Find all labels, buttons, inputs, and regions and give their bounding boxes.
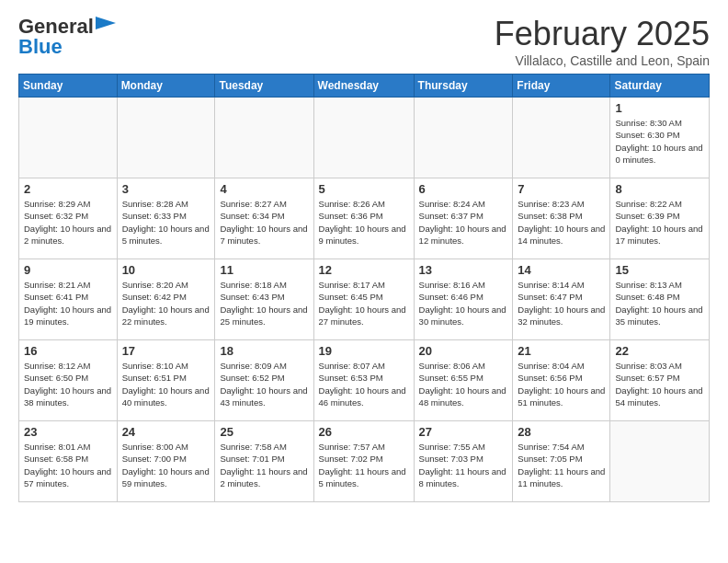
calendar-table: Sunday Monday Tuesday Wednesday Thursday… [18, 74, 710, 502]
day-info-4-0: Sunrise: 8:01 AM Sunset: 6:58 PM Dayligh… [24, 441, 112, 489]
svg-marker-0 [96, 17, 116, 29]
cell-1-4: 6Sunrise: 8:24 AM Sunset: 6:37 PM Daylig… [414, 178, 513, 259]
day-number-2-0: 9 [24, 263, 112, 277]
day-info-4-5: Sunrise: 7:54 AM Sunset: 7:05 PM Dayligh… [518, 441, 605, 489]
cell-3-0: 16Sunrise: 8:12 AM Sunset: 6:50 PM Dayli… [19, 340, 118, 421]
day-number-2-6: 15 [615, 263, 704, 277]
logo: General Blue [18, 15, 116, 59]
cell-3-4: 20Sunrise: 8:06 AM Sunset: 6:55 PM Dayli… [414, 340, 513, 421]
cell-3-3: 19Sunrise: 8:07 AM Sunset: 6:53 PM Dayli… [313, 340, 414, 421]
day-number-2-5: 14 [518, 263, 605, 277]
day-number-4-5: 28 [518, 425, 605, 439]
day-info-4-4: Sunrise: 7:55 AM Sunset: 7:03 PM Dayligh… [419, 441, 508, 489]
day-number-1-5: 7 [518, 182, 605, 196]
day-info-1-4: Sunrise: 8:24 AM Sunset: 6:37 PM Dayligh… [419, 198, 508, 247]
cell-0-2 [215, 98, 313, 178]
page: General Blue February 2025 Villalaco, Ca… [0, 0, 728, 517]
week-row-1: 2Sunrise: 8:29 AM Sunset: 6:32 PM Daylig… [19, 178, 710, 259]
cell-2-0: 9Sunrise: 8:21 AM Sunset: 6:41 PM Daylig… [19, 259, 118, 340]
cell-4-4: 27Sunrise: 7:55 AM Sunset: 7:03 PM Dayli… [414, 421, 513, 502]
day-info-3-5: Sunrise: 8:04 AM Sunset: 6:56 PM Dayligh… [518, 360, 605, 408]
cell-1-1: 3Sunrise: 8:28 AM Sunset: 6:33 PM Daylig… [117, 178, 215, 259]
day-number-1-6: 8 [615, 182, 704, 196]
day-info-2-0: Sunrise: 8:21 AM Sunset: 6:41 PM Dayligh… [24, 279, 112, 327]
day-info-1-5: Sunrise: 8:23 AM Sunset: 6:38 PM Dayligh… [518, 198, 605, 247]
logo-arrow-icon [96, 17, 116, 33]
header-saturday: Saturday [610, 75, 710, 98]
week-row-3: 16Sunrise: 8:12 AM Sunset: 6:50 PM Dayli… [19, 340, 710, 421]
day-number-4-0: 23 [24, 425, 112, 439]
day-number-4-1: 24 [122, 425, 210, 439]
day-info-1-2: Sunrise: 8:27 AM Sunset: 6:34 PM Dayligh… [220, 198, 308, 247]
cell-4-5: 28Sunrise: 7:54 AM Sunset: 7:05 PM Dayli… [513, 421, 610, 502]
day-number-1-0: 2 [24, 182, 112, 196]
cell-0-4 [414, 98, 513, 178]
title-block: February 2025 Villalaco, Castille and Le… [495, 15, 710, 68]
day-number-2-4: 13 [419, 263, 508, 277]
day-info-1-0: Sunrise: 8:29 AM Sunset: 6:32 PM Dayligh… [24, 198, 112, 247]
cell-2-2: 11Sunrise: 8:18 AM Sunset: 6:43 PM Dayli… [215, 259, 313, 340]
header-monday: Monday [117, 75, 215, 98]
header-thursday: Thursday [414, 75, 513, 98]
day-info-3-0: Sunrise: 8:12 AM Sunset: 6:50 PM Dayligh… [24, 360, 112, 408]
day-number-2-2: 11 [220, 263, 308, 277]
day-info-3-6: Sunrise: 8:03 AM Sunset: 6:57 PM Dayligh… [615, 360, 704, 408]
week-row-4: 23Sunrise: 8:01 AM Sunset: 6:58 PM Dayli… [19, 421, 710, 502]
cell-1-0: 2Sunrise: 8:29 AM Sunset: 6:32 PM Daylig… [19, 178, 118, 259]
header-friday: Friday [513, 75, 610, 98]
day-number-1-3: 5 [319, 182, 409, 196]
cell-0-3 [313, 98, 414, 178]
cell-1-3: 5Sunrise: 8:26 AM Sunset: 6:36 PM Daylig… [313, 178, 414, 259]
cell-0-0 [19, 98, 118, 178]
calendar-subtitle: Villalaco, Castille and Leon, Spain [495, 53, 710, 68]
day-info-2-4: Sunrise: 8:16 AM Sunset: 6:46 PM Dayligh… [419, 279, 508, 327]
cell-2-6: 15Sunrise: 8:13 AM Sunset: 6:48 PM Dayli… [610, 259, 710, 340]
day-info-2-2: Sunrise: 8:18 AM Sunset: 6:43 PM Dayligh… [220, 279, 308, 327]
day-info-4-1: Sunrise: 8:00 AM Sunset: 7:00 PM Dayligh… [122, 441, 210, 489]
day-number-4-3: 26 [319, 425, 409, 439]
cell-4-6 [610, 421, 710, 502]
cell-3-2: 18Sunrise: 8:09 AM Sunset: 6:52 PM Dayli… [215, 340, 313, 421]
header-wednesday: Wednesday [313, 75, 414, 98]
day-number-1-2: 4 [220, 182, 308, 196]
day-info-3-1: Sunrise: 8:10 AM Sunset: 6:51 PM Dayligh… [122, 360, 210, 408]
day-info-4-3: Sunrise: 7:57 AM Sunset: 7:02 PM Dayligh… [319, 441, 409, 489]
day-info-1-6: Sunrise: 8:22 AM Sunset: 6:39 PM Dayligh… [615, 198, 704, 247]
cell-4-0: 23Sunrise: 8:01 AM Sunset: 6:58 PM Dayli… [19, 421, 118, 502]
day-number-1-1: 3 [122, 182, 210, 196]
cell-2-5: 14Sunrise: 8:14 AM Sunset: 6:47 PM Dayli… [513, 259, 610, 340]
day-number-2-1: 10 [122, 263, 210, 277]
header-sunday: Sunday [19, 75, 118, 98]
day-info-1-1: Sunrise: 8:28 AM Sunset: 6:33 PM Dayligh… [122, 198, 210, 247]
day-number-3-4: 20 [419, 344, 508, 358]
header: General Blue February 2025 Villalaco, Ca… [18, 15, 710, 68]
cell-0-5 [513, 98, 610, 178]
day-number-3-6: 22 [615, 344, 704, 358]
cell-3-6: 22Sunrise: 8:03 AM Sunset: 6:57 PM Dayli… [610, 340, 710, 421]
day-number-1-4: 6 [419, 182, 508, 196]
day-number-4-4: 27 [419, 425, 508, 439]
day-number-3-5: 21 [518, 344, 605, 358]
calendar-title: February 2025 [495, 15, 710, 53]
day-number-0-6: 1 [615, 101, 704, 115]
week-row-0: 1Sunrise: 8:30 AM Sunset: 6:30 PM Daylig… [19, 98, 710, 178]
day-info-3-2: Sunrise: 8:09 AM Sunset: 6:52 PM Dayligh… [220, 360, 308, 408]
day-number-4-2: 25 [220, 425, 308, 439]
header-row: Sunday Monday Tuesday Wednesday Thursday… [19, 75, 710, 98]
header-tuesday: Tuesday [215, 75, 313, 98]
cell-2-1: 10Sunrise: 8:20 AM Sunset: 6:42 PM Dayli… [117, 259, 215, 340]
cell-4-2: 25Sunrise: 7:58 AM Sunset: 7:01 PM Dayli… [215, 421, 313, 502]
day-info-2-6: Sunrise: 8:13 AM Sunset: 6:48 PM Dayligh… [615, 279, 704, 327]
day-number-3-3: 19 [319, 344, 409, 358]
cell-1-5: 7Sunrise: 8:23 AM Sunset: 6:38 PM Daylig… [513, 178, 610, 259]
day-info-3-3: Sunrise: 8:07 AM Sunset: 6:53 PM Dayligh… [319, 360, 409, 408]
day-info-2-1: Sunrise: 8:20 AM Sunset: 6:42 PM Dayligh… [122, 279, 210, 327]
cell-3-1: 17Sunrise: 8:10 AM Sunset: 6:51 PM Dayli… [117, 340, 215, 421]
day-info-3-4: Sunrise: 8:06 AM Sunset: 6:55 PM Dayligh… [419, 360, 508, 408]
cell-1-2: 4Sunrise: 8:27 AM Sunset: 6:34 PM Daylig… [215, 178, 313, 259]
logo-blue-text: Blue [18, 35, 63, 59]
week-row-2: 9Sunrise: 8:21 AM Sunset: 6:41 PM Daylig… [19, 259, 710, 340]
day-info-2-5: Sunrise: 8:14 AM Sunset: 6:47 PM Dayligh… [518, 279, 605, 327]
day-info-0-6: Sunrise: 8:30 AM Sunset: 6:30 PM Dayligh… [615, 117, 704, 166]
cell-0-6: 1Sunrise: 8:30 AM Sunset: 6:30 PM Daylig… [610, 98, 710, 178]
